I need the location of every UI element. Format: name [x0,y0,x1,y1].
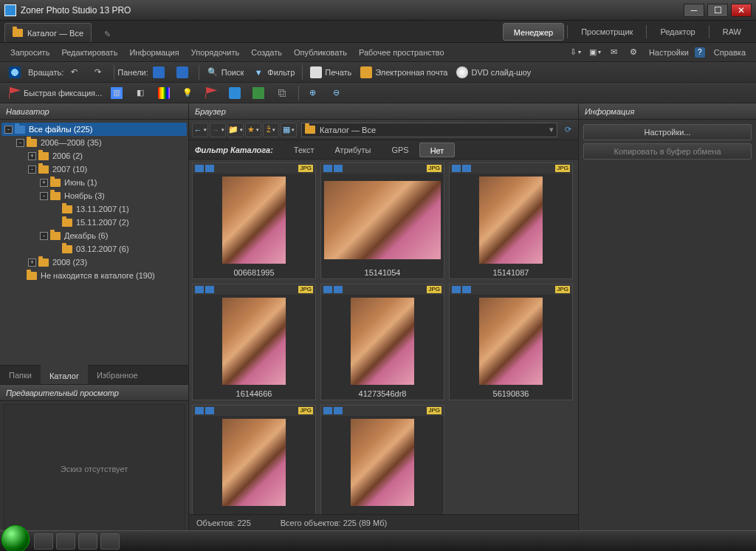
zoom-in-button[interactable]: ⊕ [302,85,326,101]
windows-taskbar[interactable] [0,530,756,551]
fav-button[interactable]: ★ [245,123,261,137]
acquire-button[interactable] [4,64,28,81]
email-button[interactable]: Электронная почта [356,64,452,81]
thumbnail[interactable]: JPG [320,405,444,514]
view-button[interactable]: ▦ [281,123,297,137]
tree-twisty[interactable]: - [40,232,48,240]
thumbnail[interactable]: JPG006681995 [192,162,316,279]
tree-twisty[interactable]: - [28,165,36,174]
info-copy-button[interactable]: Копировать в буфер обмена [583,143,752,160]
path-bar[interactable]: Каталог — Все ▾ [301,123,557,137]
menu-settings[interactable]: Настройки [643,43,695,61]
thumbnail-grid[interactable]: JPG006681995JPG15141054JPG15141087JPG161… [189,160,578,514]
mail-icon[interactable]: ✉ [608,46,621,59]
rotate-right-button[interactable]: ↷ [87,64,111,81]
tab-catalog[interactable]: Каталог [41,365,88,384]
tree-item[interactable]: -Декабрь (6) [1,229,187,242]
tree-item[interactable]: +2006 (2) [1,149,187,162]
menu-create[interactable]: Создать [245,43,288,61]
rotate-left-button[interactable]: ↶ [63,64,87,81]
info-settings-button[interactable]: Настройки... [583,124,752,140]
close-button[interactable]: ✕ [731,4,752,17]
thumbnail[interactable]: JPG15141054 [320,162,444,279]
copy-button[interactable]: ⿻ [272,85,295,101]
tree-item[interactable]: +2008 (23) [1,256,187,269]
tree-twisty[interactable]: - [40,192,48,200]
flag-button[interactable] [201,85,224,101]
tab-favorites[interactable]: Избранное [88,366,147,384]
tree-item[interactable]: Не находится в каталоге (190) [1,269,187,282]
import-icon[interactable]: ⇩ [569,46,583,59]
export-icon[interactable]: ▣ [588,46,602,59]
mode-manager[interactable]: Менеджер [503,23,564,41]
folder-tree[interactable]: -Все файлы (225)-2006—2008 (35)+2006 (2)… [0,120,188,365]
zoom-out-button[interactable]: ⊖ [326,85,349,101]
menu-workspace[interactable]: Рабочее пространство [353,43,450,61]
taskbar-item[interactable] [78,533,97,550]
taskbar-item[interactable] [56,533,75,550]
tree-item[interactable]: +Июнь (1) [1,176,187,189]
histogram-button[interactable]: ▥ [106,85,130,101]
mode-viewer[interactable]: Просмотрщик [571,23,643,41]
edit-tab-icon[interactable]: ✎ [99,26,115,42]
taskbar-item[interactable] [100,533,120,550]
filter-text[interactable]: Текст [284,143,325,157]
thumbnail[interactable]: JPG15141087 [449,162,573,279]
menu-edit[interactable]: Редактировать [55,43,123,61]
quickfix-button[interactable]: Быстрая фиксация... [4,85,106,101]
tree-item[interactable]: 03.12.2007 (6) [1,242,187,256]
thumbnail[interactable]: JPG [192,405,316,514]
tree-item[interactable]: 15.11.2007 (2) [1,216,187,229]
gear-icon[interactable]: ⚙ [627,46,640,59]
up-button[interactable]: 📁 [227,123,244,137]
print-button[interactable]: Печать [306,64,356,81]
tree-item[interactable]: 13.11.2007 (1) [1,202,187,216]
menu-arrange[interactable]: Упорядочить [185,43,245,61]
menu-info[interactable]: Информация [123,43,185,61]
search-button[interactable]: 🔍Поиск [202,64,248,81]
menu-publish[interactable]: Опубликовать [288,43,353,61]
tree-twisty[interactable]: - [16,139,24,147]
start-button[interactable] [1,525,30,552]
tree-twisty[interactable] [52,205,60,213]
back-button[interactable]: ← [192,123,208,137]
panel-1-button[interactable] [148,64,172,81]
mode-editor[interactable]: Редактор [650,23,705,41]
thumbnail[interactable]: JPG56190836 [449,284,573,400]
dvd-button[interactable]: DVD слайд-шоу [452,64,535,81]
sort-button[interactable]: ẑ [263,123,279,137]
catalog-tab[interactable]: Каталог — Все [4,23,92,42]
tree-item[interactable]: -2006—2008 (35) [1,136,187,149]
tree-twisty[interactable] [16,272,24,280]
mode-raw[interactable]: RAW [712,23,752,41]
filter-gps[interactable]: GPS [381,143,419,157]
menu-request[interactable]: Запросить [4,43,55,61]
image-button[interactable] [224,85,248,101]
menu-help[interactable]: Справка [708,43,752,61]
maximize-button[interactable]: ☐ [707,4,728,17]
levels-button[interactable]: ◧ [130,85,154,101]
tree-twisty[interactable]: + [28,259,36,267]
tree-twisty[interactable]: - [4,126,13,134]
filter-attrs[interactable]: Атрибуты [325,143,382,157]
tree-twisty[interactable]: + [28,152,36,160]
refresh-button[interactable]: ⟳ [560,123,575,137]
filter-button[interactable]: ▼Фильтр [248,64,299,81]
tab-folders[interactable]: Папки [0,366,41,384]
tree-item[interactable]: -Ноябрь (3) [1,189,187,202]
tree-twisty[interactable] [52,219,60,227]
tree-twisty[interactable] [52,245,60,253]
rainbow-button[interactable] [154,85,177,101]
tree-twisty[interactable]: + [40,179,48,187]
tree-item[interactable]: -2007 (10) [1,162,187,176]
bulb-button[interactable]: 💡 [177,85,201,101]
green-button[interactable] [248,85,272,101]
taskbar-item[interactable] [34,533,53,550]
forward-button[interactable]: → [210,123,226,137]
minimize-button[interactable]: ─ [684,4,704,17]
thumbnail[interactable]: JPG41273546dr8 [320,284,444,400]
tree-item[interactable]: -Все файлы (225) [1,123,187,136]
filter-none[interactable]: Нет [419,143,456,157]
panel-2-button[interactable] [172,64,196,81]
thumbnail[interactable]: JPG16144666 [192,284,316,400]
